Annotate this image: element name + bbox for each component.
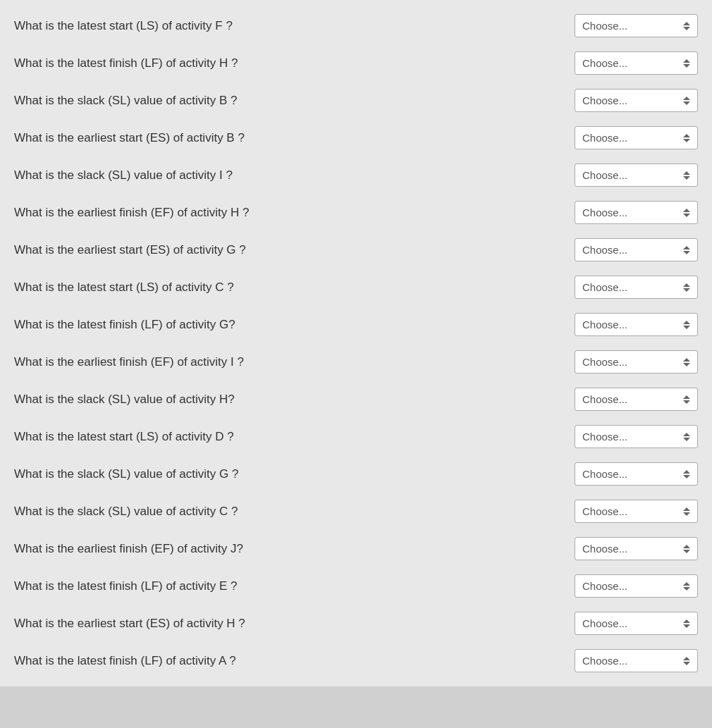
arrow-up-icon: [683, 283, 690, 287]
dropdown-arrows-18: [683, 657, 690, 665]
dropdown-arrows-1: [683, 22, 690, 30]
question-row: What is the latest finish (LF) of activi…: [14, 44, 698, 82]
dropdown-wrapper-12: Choose...: [575, 425, 698, 448]
question-text-13: What is the slack (SL) value of activity…: [14, 466, 575, 483]
question-text-4: What is the earliest start (ES) of activ…: [14, 130, 575, 147]
dropdown-text-13: Choose...: [582, 468, 679, 480]
question-text-8: What is the latest start (LS) of activit…: [14, 279, 575, 296]
dropdown-arrows-9: [683, 321, 690, 329]
dropdown-14[interactable]: Choose...: [575, 500, 698, 523]
question-text-6: What is the earliest finish (EF) of acti…: [14, 204, 575, 221]
arrow-down-icon: [683, 475, 690, 479]
arrow-up-icon: [683, 246, 690, 249]
arrow-down-icon: [683, 101, 690, 105]
arrow-down-icon: [683, 176, 690, 180]
arrow-up-icon: [683, 507, 690, 511]
dropdown-arrows-16: [683, 582, 690, 591]
arrow-down-icon: [683, 400, 690, 404]
dropdown-arrows-14: [683, 507, 690, 516]
dropdown-arrows-6: [683, 209, 690, 217]
dropdown-13[interactable]: Choose...: [575, 462, 698, 486]
dropdown-1[interactable]: Choose...: [575, 14, 698, 37]
dropdown-15[interactable]: Choose...: [575, 537, 698, 560]
dropdown-2[interactable]: Choose...: [575, 51, 698, 75]
question-row: What is the earliest start (ES) of activ…: [14, 119, 698, 156]
arrow-up-icon: [683, 59, 690, 63]
dropdown-8[interactable]: Choose...: [575, 276, 698, 299]
dropdown-10[interactable]: Choose...: [575, 350, 698, 374]
dropdown-text-1: Choose...: [582, 20, 679, 32]
question-text-18: What is the latest finish (LF) of activi…: [14, 653, 575, 670]
dropdown-text-9: Choose...: [582, 319, 679, 331]
question-text-1: What is the latest start (LS) of activit…: [14, 18, 575, 35]
dropdown-wrapper-16: Choose...: [575, 574, 698, 598]
dropdown-text-6: Choose...: [582, 206, 679, 218]
arrow-up-icon: [683, 545, 690, 548]
arrow-up-icon: [683, 209, 690, 212]
dropdown-wrapper-7: Choose...: [575, 238, 698, 261]
dropdown-arrows-11: [683, 395, 690, 404]
dropdown-9[interactable]: Choose...: [575, 313, 698, 336]
questions-container: What is the latest start (LS) of activit…: [0, 0, 712, 686]
question-row: What is the earliest finish (EF) of acti…: [14, 530, 698, 567]
dropdown-3[interactable]: Choose...: [575, 89, 698, 112]
dropdown-arrows-5: [683, 171, 690, 180]
dropdown-text-17: Choose...: [582, 617, 679, 629]
dropdown-11[interactable]: Choose...: [575, 388, 698, 411]
dropdown-wrapper-18: Choose...: [575, 649, 698, 672]
arrow-down-icon: [683, 64, 690, 68]
dropdown-text-2: Choose...: [582, 57, 679, 69]
question-text-12: What is the latest start (LS) of activit…: [14, 428, 575, 445]
dropdown-4[interactable]: Choose...: [575, 126, 698, 149]
question-text-5: What is the slack (SL) value of activity…: [14, 167, 575, 184]
dropdown-text-7: Choose...: [582, 244, 679, 256]
dropdown-wrapper-13: Choose...: [575, 462, 698, 486]
question-row: What is the earliest start (ES) of activ…: [14, 605, 698, 642]
question-row: What is the earliest start (ES) of activ…: [14, 231, 698, 269]
question-row: What is the latest finish (LF) of activi…: [14, 642, 698, 679]
dropdown-arrows-10: [683, 358, 690, 366]
arrow-up-icon: [683, 358, 690, 362]
arrow-down-icon: [683, 550, 690, 553]
question-row: What is the latest finish (LF) of activi…: [14, 567, 698, 605]
question-row: What is the slack (SL) value of activity…: [14, 381, 698, 418]
arrow-down-icon: [683, 326, 690, 329]
dropdown-12[interactable]: Choose...: [575, 425, 698, 448]
dropdown-arrows-2: [683, 59, 690, 68]
question-text-11: What is the slack (SL) value of activity…: [14, 391, 575, 408]
dropdown-arrows-17: [683, 619, 690, 628]
dropdown-wrapper-11: Choose...: [575, 388, 698, 411]
question-row: What is the slack (SL) value of activity…: [14, 156, 698, 194]
arrow-down-icon: [683, 214, 690, 217]
dropdown-arrows-15: [683, 545, 690, 553]
dropdown-6[interactable]: Choose...: [575, 201, 698, 224]
question-text-3: What is the slack (SL) value of activity…: [14, 92, 575, 109]
arrow-down-icon: [683, 624, 690, 628]
dropdown-arrows-13: [683, 470, 690, 479]
arrow-down-icon: [683, 251, 690, 254]
dropdown-arrows-3: [683, 97, 690, 105]
dropdown-wrapper-10: Choose...: [575, 350, 698, 374]
dropdown-17[interactable]: Choose...: [575, 612, 698, 635]
question-row: What is the earliest finish (EF) of acti…: [14, 194, 698, 231]
question-text-14: What is the slack (SL) value of activity…: [14, 503, 575, 520]
arrow-down-icon: [683, 288, 690, 292]
dropdown-arrows-4: [683, 134, 690, 142]
arrow-up-icon: [683, 582, 690, 586]
arrow-down-icon: [683, 139, 690, 142]
arrow-up-icon: [683, 97, 690, 100]
arrow-up-icon: [683, 657, 690, 660]
question-row: What is the earliest finish (EF) of acti…: [14, 343, 698, 381]
question-text-7: What is the earliest start (ES) of activ…: [14, 242, 575, 259]
dropdown-wrapper-9: Choose...: [575, 313, 698, 336]
dropdown-7[interactable]: Choose...: [575, 238, 698, 261]
dropdown-5[interactable]: Choose...: [575, 164, 698, 187]
question-text-10: What is the earliest finish (EF) of acti…: [14, 354, 575, 371]
dropdown-18[interactable]: Choose...: [575, 649, 698, 672]
dropdown-16[interactable]: Choose...: [575, 574, 698, 598]
question-row: What is the slack (SL) value of activity…: [14, 455, 698, 493]
dropdown-arrows-8: [683, 283, 690, 292]
dropdown-text-18: Choose...: [582, 655, 679, 667]
question-text-2: What is the latest finish (LF) of activi…: [14, 55, 575, 72]
dropdown-wrapper-17: Choose...: [575, 612, 698, 635]
